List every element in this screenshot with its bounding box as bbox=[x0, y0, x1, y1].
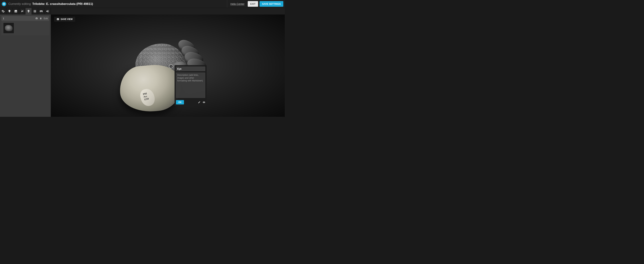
tool-settings[interactable] bbox=[0, 8, 6, 14]
model-title: Trilobite: E. crassituberculata (PRI 498… bbox=[32, 2, 93, 6]
annotation-editor-popup: OK bbox=[174, 65, 207, 106]
annotation-edit-link[interactable]: Edit bbox=[44, 17, 48, 20]
gear-icon bbox=[2, 10, 5, 13]
editor-toolbar bbox=[0, 8, 285, 14]
fossil-matrix-rock bbox=[118, 63, 183, 114]
cube-icon bbox=[3, 3, 5, 5]
annotation-marker-1[interactable]: 1 bbox=[169, 64, 173, 68]
help-center-link[interactable]: Help Center bbox=[227, 0, 248, 8]
popup-footer: OK bbox=[176, 100, 205, 105]
wand-icon bbox=[20, 10, 24, 13]
annotation-title-input[interactable] bbox=[176, 67, 205, 71]
tool-background[interactable] bbox=[13, 8, 19, 14]
annotation-thumbnail[interactable] bbox=[4, 23, 14, 33]
thumbnail-image bbox=[5, 25, 12, 31]
image-icon bbox=[14, 10, 18, 13]
pencil-icon[interactable] bbox=[198, 101, 200, 104]
bulb-icon bbox=[8, 10, 11, 13]
save-view-label: SAVE VIEW bbox=[61, 18, 73, 20]
editing-label: Currently editing bbox=[8, 2, 31, 6]
sound-icon bbox=[46, 10, 49, 13]
main-area: 1 Edit SAVE VIEW bbox=[0, 14, 285, 117]
3d-viewport[interactable]: SAVE VIEW PRI Acc 1250 1 bbox=[51, 14, 285, 117]
tool-annotations[interactable] bbox=[26, 8, 32, 14]
annotations-sidebar: 1 Edit bbox=[0, 14, 51, 117]
tool-lighting[interactable] bbox=[6, 8, 13, 14]
tool-animation[interactable] bbox=[32, 8, 38, 14]
app-header: Currently editing Trilobite: E. crassitu… bbox=[0, 0, 285, 8]
camera-icon bbox=[57, 18, 59, 20]
annotation-ok-button[interactable]: OK bbox=[176, 100, 184, 105]
save-view-button[interactable]: SAVE VIEW bbox=[54, 17, 75, 22]
trash-icon[interactable] bbox=[40, 17, 42, 19]
annotation-thumbnail-row bbox=[2, 21, 49, 35]
pin-icon bbox=[27, 10, 30, 13]
annotation-list-item[interactable]: 1 Edit bbox=[2, 16, 49, 35]
annotation-description-input[interactable] bbox=[176, 73, 205, 98]
eye-icon[interactable] bbox=[203, 101, 205, 104]
annotation-item-header: 1 Edit bbox=[2, 16, 49, 21]
tool-vr[interactable] bbox=[38, 8, 44, 14]
save-settings-button[interactable]: SAVE SETTINGS bbox=[260, 1, 283, 7]
tool-materials[interactable] bbox=[19, 8, 26, 14]
vr-icon bbox=[40, 10, 43, 13]
exit-button[interactable]: EXIT bbox=[248, 1, 258, 7]
film-icon bbox=[33, 10, 36, 13]
camera-icon[interactable] bbox=[36, 17, 38, 19]
annotation-number: 1 bbox=[3, 17, 4, 20]
sketchfab-logo[interactable] bbox=[2, 2, 6, 6]
tool-sound[interactable] bbox=[44, 8, 51, 14]
